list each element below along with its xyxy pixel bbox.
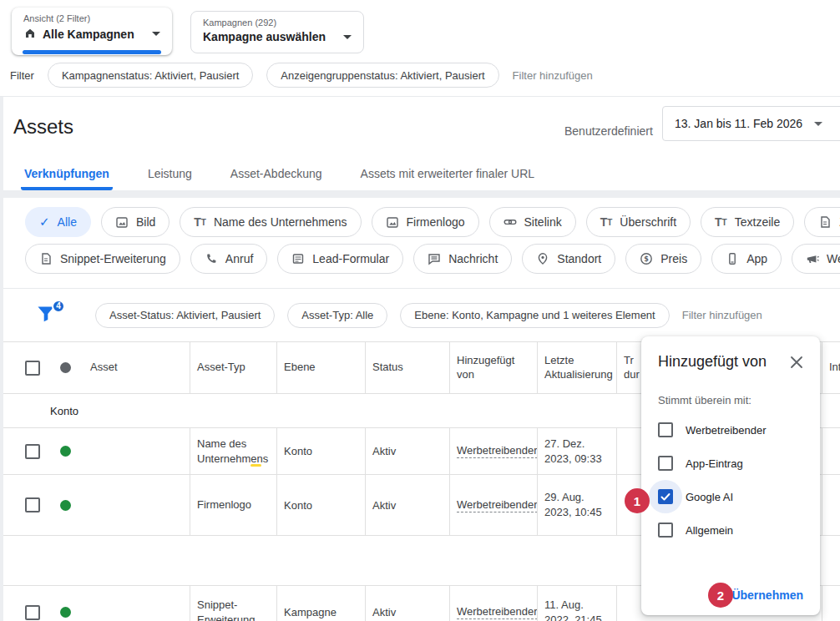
text-icon: TT xyxy=(715,215,727,229)
chip-sitelink[interactable]: Sitelink xyxy=(489,207,576,237)
asset-type-chips: ✓Alle Bild TTName des Unternehmens Firme… xyxy=(3,198,840,288)
option-allgemein[interactable]: Allgemein xyxy=(658,513,803,547)
section-divider xyxy=(3,190,840,198)
document-icon xyxy=(818,215,832,229)
interaktionen-cell xyxy=(822,428,840,474)
row-checkbox[interactable] xyxy=(25,605,40,620)
col-header-asset[interactable]: Asset xyxy=(83,342,190,393)
chip-lead-formular[interactable]: Lead-Formular xyxy=(277,244,403,274)
hinzugefuegt-von-cell[interactable]: Werbetreibender xyxy=(457,444,538,458)
option-werbetreibender[interactable]: Werbetreibender xyxy=(658,413,803,447)
filter-chip-adgroup-status[interactable]: Anzeigengruppenstatus: Aktiviert, Pausie… xyxy=(266,63,498,88)
select-all-checkbox[interactable] xyxy=(25,361,40,376)
asset-thumbnail-fragment xyxy=(250,464,261,467)
table-filter-toolbar: 4 Asset-Status: Aktiviert, Pausiert Asse… xyxy=(3,289,840,342)
chip-name-des-unternehmens[interactable]: TTName des Unternehmens xyxy=(180,207,361,237)
checkbox-app-eintrag[interactable] xyxy=(658,456,673,471)
tutorial-step-badge-1: 1 xyxy=(625,488,650,513)
popup-title: Hinzugefügt von xyxy=(658,353,767,371)
chip-bild[interactable]: Bild xyxy=(101,207,170,237)
close-icon[interactable] xyxy=(790,356,803,369)
col-header-interaktionen[interactable]: Inte xyxy=(822,342,840,393)
chip-nachricht[interactable]: Nachricht xyxy=(413,244,512,274)
chip-alle[interactable]: ✓Alle xyxy=(25,207,91,237)
asset-cell xyxy=(83,475,190,535)
status-cell: Aktiv xyxy=(365,428,449,474)
campaign-selector[interactable]: Kampagnen (292) Kampagne auswählen xyxy=(190,11,364,53)
apply-button[interactable]: Übernehmen xyxy=(731,588,803,602)
tab-erweiterte-finale-url[interactable]: Assets mit erweiterter finaler URL xyxy=(357,160,539,190)
chevron-down-icon xyxy=(152,32,160,36)
checkbox-allgemein[interactable] xyxy=(658,523,673,538)
hinzugefuegt-von-filter-popup: Hinzugefügt von Stimmt überein mit: Werb… xyxy=(641,336,820,615)
form-icon xyxy=(291,252,305,265)
asset-typ-cell: Snippet-Erweiterung xyxy=(190,586,276,621)
chip-app[interactable]: App xyxy=(711,244,782,274)
dollar-circle-icon xyxy=(640,252,653,265)
view-selector-value: Alle Kampagnen xyxy=(43,28,134,41)
chip-firmenlogo[interactable]: Firmenlogo xyxy=(372,207,479,237)
popup-options: Werbetreibender App-Eintrag Google AI Al… xyxy=(658,413,803,547)
chip-standort[interactable]: Standort xyxy=(522,244,615,274)
chip-preis[interactable]: Preis xyxy=(625,244,701,274)
text-icon: TT xyxy=(600,215,613,229)
tab-asset-abdeckung[interactable]: Asset-Abdeckung xyxy=(227,160,326,190)
row-checkbox[interactable] xyxy=(25,444,40,459)
hinzugefuegt-von-cell[interactable]: Werbetreibender xyxy=(457,498,538,512)
chip-textzeile[interactable]: TTTextzeile xyxy=(701,207,794,237)
chip-werbung[interactable]: Werbung xyxy=(792,244,840,274)
check-icon: ✓ xyxy=(39,215,50,230)
filter-funnel-icon[interactable]: 4 xyxy=(37,305,58,326)
asset-cell xyxy=(83,586,190,621)
hinzugefuegt-von-cell[interactable]: Werbetreibender xyxy=(457,605,538,619)
option-app-eintrag[interactable]: App-Eintrag xyxy=(658,447,803,480)
checkbox-google-ai[interactable] xyxy=(658,489,673,504)
col-header-status[interactable]: Status xyxy=(365,342,449,393)
chip-anruf[interactable]: Anruf xyxy=(190,244,267,274)
campaign-selector-value: Kampagne auswählen xyxy=(203,30,326,43)
col-header-letzte-aktualisierung[interactable]: Letzte Aktualisierung xyxy=(537,342,616,393)
top-bar: Ansicht (2 Filter) Alle Kampagnen Kampag… xyxy=(0,0,840,97)
date-range-picker[interactable]: 13. Jan bis 11. Feb 2026 xyxy=(662,106,840,141)
asset-cell xyxy=(83,428,190,474)
image-icon xyxy=(115,215,129,229)
chip-zusatzinformation[interactable]: Zusatzin xyxy=(804,207,840,237)
asset-typ-cell: Firmenlogo xyxy=(190,475,276,535)
chips-row-2: Snippet-Erweiterung Anruf Lead-Formular … xyxy=(25,244,840,274)
col-header-asset-typ[interactable]: Asset-Typ xyxy=(190,342,276,393)
image-icon xyxy=(386,215,399,229)
link-icon xyxy=(503,215,517,229)
tab-verknuepfungen[interactable]: Verknüpfungen xyxy=(21,160,113,190)
group-label-empty xyxy=(3,536,53,585)
toolbar-chip-asset-status[interactable]: Asset-Status: Aktiviert, Pausiert xyxy=(95,303,275,328)
status-dot xyxy=(60,446,71,457)
col-header-hinzugefuegt-von[interactable]: Hinzugefügt von xyxy=(449,342,537,393)
ebene-cell: Konto xyxy=(276,428,365,474)
assets-tabs: Verknüpfungen Leistung Asset-Abdeckung A… xyxy=(21,160,538,190)
toolbar-chip-asset-typ[interactable]: Asset-Typ: Alle xyxy=(287,303,387,328)
tutorial-step-badge-2: 2 xyxy=(708,583,733,608)
row-checkbox[interactable] xyxy=(25,497,40,512)
chevron-down-icon xyxy=(814,122,822,126)
view-selector[interactable]: Ansicht (2 Filter) Alle Kampagnen xyxy=(12,8,172,55)
tab-leistung[interactable]: Leistung xyxy=(144,160,195,190)
add-filter-link[interactable]: Filter hinzufügen xyxy=(513,69,593,82)
view-selector-label: Ansicht (2 Filter) xyxy=(23,13,160,23)
chip-ueberschrift[interactable]: TTÜberschrift xyxy=(586,207,691,237)
filter-row-label: Filter xyxy=(10,69,34,82)
chip-snippet-erweiterung[interactable]: Snippet-Erweiterung xyxy=(25,244,180,274)
option-google-ai[interactable]: Google AI xyxy=(658,480,803,513)
interaktionen-cell xyxy=(822,475,840,535)
interaktionen-cell xyxy=(822,586,840,621)
toolbar-chip-ebene[interactable]: Ebene: Konto, Kampagne und 1 weiteres El… xyxy=(400,303,669,328)
add-filter-link[interactable]: Filter hinzufügen xyxy=(682,309,762,321)
status-dot xyxy=(60,607,71,618)
filter-chip-campaign-status[interactable]: Kampagnenstatus: Aktiviert, Pausiert xyxy=(48,63,253,88)
page-title: Assets xyxy=(13,115,73,139)
location-pin-icon xyxy=(536,252,549,265)
checkbox-werbetreibender[interactable] xyxy=(658,422,673,437)
col-header-ebene[interactable]: Ebene xyxy=(276,342,365,393)
ebene-cell: Konto xyxy=(276,475,365,535)
status-cell: Aktiv xyxy=(365,586,449,621)
global-filter-row: Filter Kampagnenstatus: Aktiviert, Pausi… xyxy=(10,63,593,88)
